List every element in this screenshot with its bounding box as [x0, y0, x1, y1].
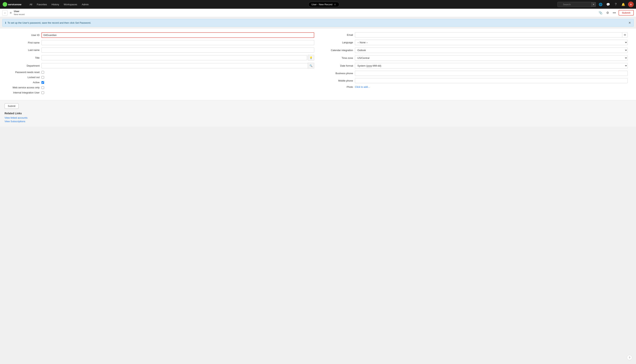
back-button[interactable]: ‹: [2, 10, 8, 16]
password-reset-checkbox[interactable]: [42, 71, 44, 74]
star-icon: ☆: [334, 3, 336, 6]
user-id-input[interactable]: [42, 32, 314, 38]
search-dropdown-button[interactable]: ▾: [591, 2, 596, 7]
bizphone-input[interactable]: [355, 71, 628, 76]
email-input[interactable]: [355, 32, 622, 38]
timezone-select[interactable]: US/Central US/Eastern US/Pacific UTC: [355, 55, 628, 61]
globe-icon[interactable]: 🌐: [598, 2, 603, 7]
breadcrumb-sub: New record: [14, 13, 25, 16]
title-lightbulb-button[interactable]: 💡: [308, 55, 314, 60]
search-wrapper: 🔍 ▾: [557, 2, 596, 7]
related-links-section: Related Links View linked accounts View …: [5, 112, 631, 123]
internal-integration-row: Internal Integration User: [8, 91, 314, 94]
locked-out-label: Locked out: [8, 76, 42, 79]
more-icon[interactable]: •••: [611, 10, 617, 15]
language-select[interactable]: -- None -- English French German Spanish: [355, 40, 628, 45]
active-checkbox[interactable]: [42, 81, 44, 84]
nav-workspaces[interactable]: Workspaces: [62, 2, 79, 6]
internal-integration-label: Internal Integration User: [8, 91, 42, 94]
first-name-input[interactable]: [42, 40, 314, 45]
breadcrumb: User New record: [14, 10, 25, 16]
attach-icon[interactable]: 📎: [597, 10, 604, 15]
dateformat-select[interactable]: System (yyyy-MM-dd) yyyy-MM-dd MM/dd/yyy…: [355, 63, 628, 68]
internal-integration-checkbox-wrap: [42, 92, 44, 94]
view-subscriptions-link[interactable]: View Subscriptions: [5, 120, 631, 123]
password-reset-label: Password needs reset: [8, 71, 42, 74]
view-linked-accounts-link[interactable]: View linked accounts: [5, 116, 631, 119]
nav-all[interactable]: All: [28, 2, 34, 6]
record-title-button[interactable]: User - New Record ☆: [308, 2, 340, 7]
email-input-wrap: ✉: [355, 32, 628, 38]
photo-label: Photo: [322, 86, 355, 88]
department-input[interactable]: [42, 63, 308, 68]
bizphone-row: Business phone: [322, 71, 628, 76]
department-input-wrap: 🔍: [42, 63, 314, 68]
top-navigation: servicenow All Favorites History Workspa…: [0, 0, 636, 9]
language-label: Language: [322, 41, 355, 44]
svg-point-0: [3, 2, 7, 6]
form-right-column: Email ✉ Language -- None -- English Fren…: [322, 32, 628, 96]
settings-icon[interactable]: ⚙: [605, 10, 610, 15]
password-reset-checkbox-wrap: [42, 71, 44, 74]
bottom-section: Submit Related Links View linked account…: [0, 100, 636, 126]
locked-out-row: Locked out: [8, 76, 314, 79]
user-id-label: User ID: [8, 34, 42, 36]
photo-link[interactable]: Click to add...: [355, 86, 370, 88]
title-row: Title 💡: [8, 55, 314, 60]
nav-favorites[interactable]: Favorites: [35, 2, 48, 6]
breadcrumb-main: User: [14, 10, 25, 13]
first-name-label: First name: [8, 41, 42, 44]
info-banner: ℹ To set up the User's password, save th…: [2, 19, 634, 27]
toolbar-right: 📎 ⚙ ••• Submit: [597, 10, 634, 16]
internal-integration-checkbox[interactable]: [42, 92, 44, 94]
bell-icon[interactable]: 🔔: [620, 2, 626, 7]
department-search-button[interactable]: 🔍: [308, 63, 314, 68]
email-row: Email ✉: [322, 32, 628, 38]
record-title-text: User - New Record: [312, 3, 333, 6]
title-input[interactable]: [42, 55, 307, 60]
calendar-label: Calendar integration: [322, 49, 355, 52]
user-id-row: User ID: [8, 32, 314, 38]
locked-out-checkbox-wrap: [42, 76, 44, 79]
web-service-checkbox-wrap: [42, 86, 44, 89]
last-name-label: Last name: [8, 48, 42, 52]
help-icon[interactable]: ?: [613, 2, 618, 7]
web-service-row: Web service access only: [8, 86, 314, 89]
email-label: Email: [322, 34, 355, 36]
hamburger-icon[interactable]: ≡: [9, 10, 12, 15]
first-name-row: First name: [8, 40, 314, 45]
dateformat-label: Date format: [322, 64, 355, 67]
banner-text: To set up the User's password, save the …: [8, 22, 91, 24]
submit-button-bottom[interactable]: Submit: [5, 103, 19, 109]
banner-close-button[interactable]: ✕: [628, 21, 631, 24]
password-reset-row: Password needs reset: [8, 71, 314, 74]
related-links-title: Related Links: [5, 112, 631, 115]
info-icon: ℹ: [5, 22, 6, 24]
title-input-wrap: 💡: [42, 55, 314, 60]
bizphone-label: Business phone: [322, 72, 355, 75]
active-checkbox-wrap: [42, 81, 44, 84]
last-name-input[interactable]: [42, 48, 314, 52]
active-label: Active: [8, 81, 42, 84]
timezone-label: Time zone: [322, 56, 355, 60]
web-service-checkbox[interactable]: [42, 86, 44, 89]
calendar-row: Calendar integration Outlook Google None: [322, 48, 628, 53]
department-row: Department 🔍: [8, 63, 314, 68]
email-send-button[interactable]: ✉: [622, 32, 628, 38]
title-label: Title: [8, 56, 42, 59]
timezone-row: Time zone US/Central US/Eastern US/Pacif…: [322, 55, 628, 61]
nav-history[interactable]: History: [50, 2, 61, 6]
form-container: User ID First name Last name Title 💡 Dep…: [0, 28, 636, 100]
photo-row: Photo Click to add...: [322, 86, 628, 88]
department-label: Department: [8, 64, 42, 67]
avatar[interactable]: A: [628, 2, 634, 7]
locked-out-checkbox[interactable]: [42, 76, 44, 79]
nav-admin[interactable]: Admin: [80, 2, 90, 6]
logo[interactable]: servicenow: [2, 2, 25, 7]
chat-icon[interactable]: 💬: [605, 2, 611, 7]
mobilephone-input[interactable]: [355, 78, 628, 83]
submit-button-top[interactable]: Submit: [618, 10, 634, 16]
dateformat-row: Date format System (yyyy-MM-dd) yyyy-MM-…: [322, 63, 628, 68]
search-input[interactable]: [557, 2, 591, 7]
calendar-select[interactable]: Outlook Google None: [355, 48, 628, 53]
